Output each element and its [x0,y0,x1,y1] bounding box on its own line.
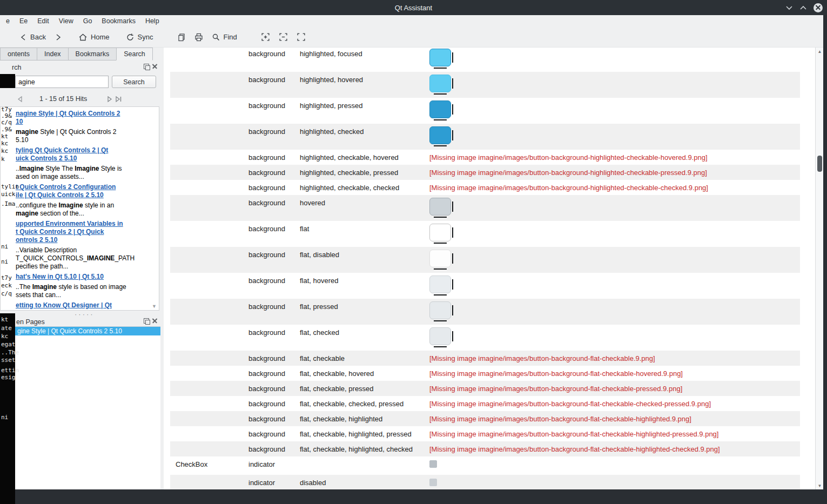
cell-control [170,165,243,169]
forward-button[interactable] [50,29,66,45]
zoom-out-button[interactable] [274,29,292,45]
search-result-title[interactable]: t Quick Controls 2 Configurationile | Qt… [16,183,158,199]
table-row: backgroundhighlighted, hovered [170,72,800,98]
missing-image-text: [Missing image imagine/images/button-bac… [424,426,800,438]
cell-control [170,299,243,303]
search-result-snippet[interactable]: ..configure the Imagine style in anmagin… [16,201,158,218]
cell-control [170,48,243,50]
results-scroll-down-icon[interactable]: ▼ [152,304,157,309]
cell-states: highlighted, hovered [294,72,424,84]
maximize-icon[interactable] [799,5,807,10]
menu-item-view[interactable]: View [54,15,78,27]
zoom-in-icon [261,32,270,42]
cell-asset: background [243,381,294,393]
minimize-icon[interactable] [785,5,793,10]
close-dock-icon[interactable] [152,318,158,324]
copy-button[interactable] [173,29,190,45]
tab-index[interactable]: Index [37,48,68,61]
cell-asset: background [243,411,294,423]
hits-last-icon[interactable] [115,96,123,104]
close-dock-icon[interactable] [152,63,158,69]
imagine-assets-table: backgroundhighlighted, focusedbackground… [170,48,800,489]
float-dock-icon[interactable] [144,64,149,69]
repaint-artifact-block [0,74,15,88]
search-button[interactable]: Search [112,76,156,88]
scroll-down-icon[interactable]: ▼ [816,482,824,489]
highlighted-pressed-swatch [429,100,453,120]
open-page-item[interactable]: gine Style | Qt Quick Controls 2 5.10 [0,327,160,335]
highlighted-focused-swatch [429,49,453,69]
find-button[interactable]: Find [207,29,241,45]
tab-search[interactable]: Search [116,48,153,61]
tab-ontents[interactable]: ontents [0,48,37,61]
table-row: backgroundhighlighted, focused [170,48,800,72]
missing-image-text: [Missing image imagine/images/button-bac… [424,366,800,378]
table-row: indicatordisabled [170,475,800,489]
repaint-artifact-text: kc [1,333,8,340]
menu-item-ee[interactable]: Ee [15,15,32,27]
repaint-artifact-text: ni [1,243,8,250]
titlebar: Qt Assistant [0,0,827,15]
back-button[interactable]: Back [15,29,50,45]
repaint-artifact-text: .9& [1,126,12,133]
search-result-snippet[interactable]: ..Variable DescriptionT_QUICK_CONTROLS_I… [16,246,158,271]
float-dock-icon[interactable] [144,318,149,324]
cell-states: flat, hovered [294,273,424,285]
cell-asset: background [243,299,294,311]
search-result-snippet[interactable]: magine Style | Qt Quick Controls 25.10 [16,128,158,144]
left-dock: ontentsIndexBookmarksSearch rch Search 1… [0,48,160,489]
cell-states [294,456,424,460]
menu-item-bookmarks[interactable]: Bookmarks [97,15,140,27]
window-title: Qt Assistant [395,4,432,12]
search-result-title[interactable]: hat's New in Qt 5.10 | Qt 5.10 [16,273,158,281]
search-result-title[interactable]: nagine Style | Qt Quick Controls 210 [16,110,158,126]
repaint-artifact-text: c/q [1,290,12,297]
button-image [429,49,451,66]
scrollbar-thumb[interactable] [817,156,822,172]
home-icon [78,33,88,42]
search-result-snippet[interactable]: ..The Imagine style is based on imagesse… [16,283,158,299]
cell-states: flat, checkable [294,351,424,362]
search-result-title[interactable]: etting to Know Qt Designer | Qtesigner M… [16,301,158,311]
cell-asset: background [243,98,294,110]
search-result-snippet[interactable]: ..Imagine Style The Imagine Style isased… [16,165,158,181]
table-row: backgroundhighlighted, checkable, presse… [170,165,800,180]
search-result-title[interactable]: upported Environment Variables int Quick… [16,220,158,244]
tab-bookmarks[interactable]: Bookmarks [68,48,117,61]
search-result-title[interactable]: tyling Qt Quick Controls 2 | Qtuick Cont… [16,146,158,163]
menu-item-go[interactable]: Go [78,15,97,27]
ninepatch-right-mark [452,130,453,140]
hits-next-icon[interactable] [106,96,113,104]
cell-asset: background [243,195,294,207]
close-icon[interactable] [813,3,823,12]
menu-item-edit[interactable]: Edit [32,15,54,27]
cell-asset: indicator [243,475,294,487]
scroll-up-icon[interactable]: ▲ [816,48,824,55]
repaint-artifact-text: .Ima [1,200,16,207]
cell-states: disabled [294,475,424,487]
table-row: backgroundflat, checkable[Missing image … [170,351,800,366]
repaint-artifact-text: t7y [1,274,12,281]
content-scrollbar[interactable]: ▲ ▼ [815,48,823,489]
cell-asset: background [243,124,294,136]
cell-control [170,381,243,385]
dock-tabbar: ontentsIndexBookmarksSearch [0,48,153,61]
flat-hovered-swatch [429,275,453,295]
print-button[interactable] [190,29,207,45]
table-row: backgroundhighlighted, checked [170,124,800,150]
menu-item-e[interactable]: e [1,15,15,27]
dock-splitter-handle[interactable]: ····· [75,310,95,318]
search-input[interactable] [15,76,109,88]
zoom-in-button[interactable] [257,29,274,45]
hits-prev-icon[interactable] [17,96,23,104]
cell-asset: background [243,48,294,58]
zoom-reset-button[interactable] [292,29,310,45]
cell-control [170,221,243,225]
sync-button[interactable]: Sync [122,29,158,45]
repaint-artifact-text: ..The [1,349,19,356]
home-button[interactable]: Home [74,29,114,45]
menu-item-help[interactable]: Help [140,15,164,27]
repaint-artifact-text: sset [1,357,16,364]
table-row: CheckBoxindicator [170,456,800,475]
cell-states: flat, checkable, highlighted, pressed [294,426,424,438]
